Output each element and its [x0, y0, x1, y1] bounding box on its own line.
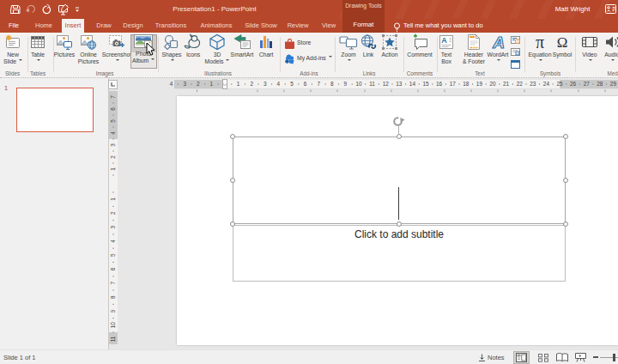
svg-text:2: 2 — [250, 81, 253, 87]
svg-text:11: 11 — [369, 81, 375, 87]
svg-text:Ω: Ω — [557, 34, 568, 51]
svg-text:7: 7 — [317, 81, 320, 87]
svg-text:A: A — [441, 36, 447, 45]
svg-text:25: 25 — [556, 81, 563, 87]
svg-text:15: 15 — [422, 81, 429, 87]
svg-text:2: 2 — [110, 211, 116, 215]
svg-text:10: 10 — [355, 81, 362, 87]
svg-text:16: 16 — [436, 81, 443, 87]
svg-text:9: 9 — [110, 309, 116, 312]
svg-text:4: 4 — [170, 81, 173, 87]
svg-text:1: 1 — [110, 197, 116, 201]
svg-text:6: 6 — [110, 267, 116, 270]
svg-text:2: 2 — [110, 155, 116, 159]
svg-text:21: 21 — [503, 81, 510, 87]
svg-text:5: 5 — [290, 81, 294, 87]
svg-text:3: 3 — [264, 81, 267, 87]
svg-text:4: 4 — [277, 81, 281, 87]
svg-text:18: 18 — [463, 81, 470, 87]
svg-text:4: 4 — [110, 131, 116, 135]
svg-text:17: 17 — [450, 81, 457, 87]
svg-text:23: 23 — [530, 81, 536, 87]
svg-text:19: 19 — [476, 81, 483, 87]
svg-text:29: 29 — [610, 81, 617, 87]
svg-text:8: 8 — [330, 81, 334, 87]
svg-text:3: 3 — [110, 143, 116, 147]
svg-text:4: 4 — [110, 240, 116, 243]
svg-text:8: 8 — [110, 295, 116, 299]
svg-text:1: 1 — [210, 81, 214, 87]
svg-text:3: 3 — [183, 81, 186, 87]
svg-text:1: 1 — [237, 81, 240, 87]
svg-text:6: 6 — [110, 107, 116, 111]
svg-text:28: 28 — [597, 81, 603, 87]
svg-text:1: 1 — [110, 167, 116, 171]
svg-text:14: 14 — [409, 81, 416, 87]
svg-text:10: 10 — [110, 322, 116, 329]
svg-text:7: 7 — [110, 95, 116, 99]
svg-text:27: 27 — [584, 81, 591, 87]
svg-text:9: 9 — [344, 81, 348, 87]
svg-text:5: 5 — [110, 119, 116, 123]
svg-text:6: 6 — [304, 81, 307, 87]
svg-text:π: π — [536, 33, 544, 51]
svg-text:7: 7 — [110, 282, 116, 285]
svg-text:26: 26 — [570, 81, 577, 87]
svg-text:2: 2 — [197, 81, 200, 87]
svg-text:5: 5 — [110, 253, 116, 257]
svg-text:20: 20 — [489, 81, 496, 87]
svg-text:22: 22 — [517, 81, 524, 87]
svg-text:3: 3 — [110, 225, 116, 228]
svg-text:12: 12 — [383, 81, 390, 87]
svg-text:A: A — [492, 33, 505, 51]
svg-text:24: 24 — [543, 81, 550, 87]
svg-text:13: 13 — [396, 81, 403, 87]
svg-text:11: 11 — [110, 336, 116, 342]
